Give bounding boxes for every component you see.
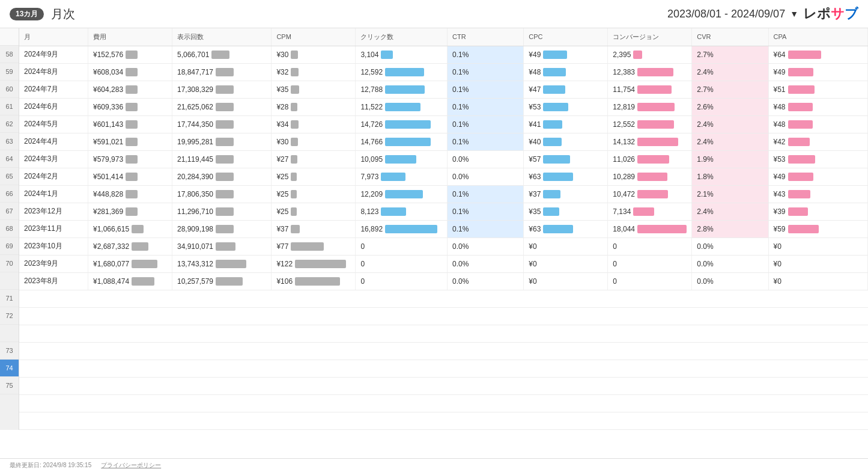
cell-cvr: 2.4% <box>692 115 768 133</box>
cell-cvr: 2.6% <box>692 98 768 115</box>
cell-cpc: ¥47 <box>524 81 608 98</box>
empty-row-5 <box>19 360 868 378</box>
privacy-policy-link[interactable]: プライバシーポリシー <box>101 461 161 470</box>
empty-row-1 <box>19 290 868 308</box>
cell-ctr: 0.1% <box>448 63 524 81</box>
top-right: 2023/08/01 - 2024/09/07 ▼ レポサブ <box>667 5 858 23</box>
cell-month: 2023年11月 <box>19 220 88 238</box>
cell-cpa: ¥0 <box>768 255 868 272</box>
main-content: 58 59 60 61 62 63 64 65 66 67 68 69 70 7… <box>0 28 868 430</box>
row-sp1 <box>0 272 19 290</box>
cell-month: 2024年1月 <box>19 185 88 203</box>
cell-ctr: 0.1% <box>448 133 524 150</box>
cell-clicks: 8,123 <box>356 203 448 220</box>
row-61: 61 <box>0 98 19 115</box>
table-body: 2024年9月 ¥152,576 5,066,701 ¥30 3,104 <box>19 46 868 290</box>
col-cost-header[interactable]: 費用 <box>88 28 172 46</box>
cell-clicks: 11,522 <box>356 98 448 115</box>
logo: レポサブ <box>803 5 858 23</box>
col-cvr-header[interactable]: CVR <box>692 28 768 46</box>
cell-ctr: 0.1% <box>448 46 524 63</box>
table-row: 2024年6月 ¥609,336 21,625,062 ¥28 11,522 <box>19 98 868 115</box>
cell-cpc: ¥37 <box>524 185 608 203</box>
cell-cpa: ¥0 <box>768 238 868 255</box>
cell-cost: ¥152,576 <box>88 46 172 63</box>
cell-cpc: ¥57 <box>524 150 608 168</box>
cell-ctr: 0.0% <box>448 255 524 272</box>
cell-month: 2024年4月 <box>19 133 88 150</box>
col-month-header[interactable]: 月 <box>19 28 88 46</box>
empty-row-7 <box>19 395 868 412</box>
cell-cvr: 1.9% <box>692 150 768 168</box>
cell-clicks: 7,973 <box>356 168 448 185</box>
cell-cpc: ¥53 <box>524 98 608 115</box>
cell-cpm: ¥37 <box>272 220 356 238</box>
cell-cpc: ¥0 <box>524 238 608 255</box>
cell-cpc: ¥48 <box>524 63 608 81</box>
col-cpc-header[interactable]: CPC <box>524 28 608 46</box>
cell-cost: ¥601,143 <box>88 115 172 133</box>
cell-cpm: ¥25 <box>272 168 356 185</box>
table-row: 2023年9月 ¥1,680,077 13,743,312 ¥122 0 <box>19 255 868 272</box>
cell-cpc: ¥63 <box>524 168 608 185</box>
col-conversions-header[interactable]: コンバージョン <box>608 28 692 46</box>
cell-clicks: 14,766 <box>356 133 448 150</box>
table-row: 2023年12月 ¥281,369 11,296,710 ¥25 8,123 <box>19 203 868 220</box>
cell-cvr: 0.0% <box>692 255 768 272</box>
row-num-header <box>0 28 19 46</box>
cell-cvr: 2.8% <box>692 220 768 238</box>
cell-cpa: ¥49 <box>768 168 868 185</box>
cell-month: 2024年9月 <box>19 46 88 63</box>
cell-impressions: 10,257,579 <box>172 272 271 290</box>
cell-month: 2024年8月 <box>19 63 88 81</box>
row-68: 68 <box>0 220 19 238</box>
cell-cost: ¥2,687,332 <box>88 238 172 255</box>
date-range-dropdown[interactable]: ▼ <box>790 9 798 19</box>
cell-clicks: 0 <box>356 255 448 272</box>
row-59: 59 <box>0 63 19 81</box>
cell-impressions: 11,296,710 <box>172 203 271 220</box>
col-cpm-header[interactable]: CPM <box>272 28 356 46</box>
period-badge: 13カ月 <box>10 8 44 20</box>
cell-cpm: ¥106 <box>272 272 356 290</box>
cell-conversions: 0 <box>608 238 692 255</box>
cell-conversions: 11,026 <box>608 150 692 168</box>
cell-impressions: 17,308,329 <box>172 81 271 98</box>
cell-cpc: ¥40 <box>524 133 608 150</box>
cell-clicks: 12,209 <box>356 185 448 203</box>
last-updated: 最終更新日: 2024/9/8 19:35:15 <box>10 461 91 470</box>
cell-cost: ¥448,828 <box>88 185 172 203</box>
cell-conversions: 12,552 <box>608 115 692 133</box>
cell-cvr: 2.4% <box>692 133 768 150</box>
footer: 最終更新日: 2024/9/8 19:35:15 プライバシーポリシー <box>0 458 868 472</box>
cell-conversions: 0 <box>608 272 692 290</box>
cell-ctr: 0.1% <box>448 220 524 238</box>
cell-ctr: 0.0% <box>448 150 524 168</box>
cell-month: 2023年10月 <box>19 238 88 255</box>
table-row: 2024年7月 ¥604,283 17,308,329 ¥35 12,788 <box>19 81 868 98</box>
table-row: 2024年3月 ¥579,973 21,119,445 ¥27 10,095 <box>19 150 868 168</box>
col-cpa-header[interactable]: CPA <box>768 28 868 46</box>
row-sp2 <box>0 325 19 342</box>
cell-impressions: 17,744,350 <box>172 115 271 133</box>
row-75: 75 <box>0 377 19 394</box>
cell-impressions: 5,066,701 <box>172 46 271 63</box>
cell-cpm: ¥30 <box>272 133 356 150</box>
table-row: 2023年10月 ¥2,687,332 34,910,071 ¥77 0 <box>19 238 868 255</box>
cell-impressions: 21,625,062 <box>172 98 271 115</box>
col-ctr-header[interactable]: CTR <box>448 28 524 46</box>
row-62: 62 <box>0 115 19 133</box>
cell-impressions: 20,284,390 <box>172 168 271 185</box>
cell-month: 2024年7月 <box>19 81 88 98</box>
cell-month: 2024年2月 <box>19 168 88 185</box>
cell-clicks: 0 <box>356 272 448 290</box>
empty-rows <box>19 290 868 430</box>
cell-cpm: ¥35 <box>272 81 356 98</box>
cell-clicks: 12,788 <box>356 81 448 98</box>
cell-impressions: 21,119,445 <box>172 150 271 168</box>
col-impressions-header[interactable]: 表示回数 <box>172 28 271 46</box>
col-clicks-header[interactable]: クリック数 <box>356 28 448 46</box>
cell-impressions: 19,995,281 <box>172 133 271 150</box>
cell-cost: ¥501,414 <box>88 168 172 185</box>
cell-conversions: 0 <box>608 255 692 272</box>
